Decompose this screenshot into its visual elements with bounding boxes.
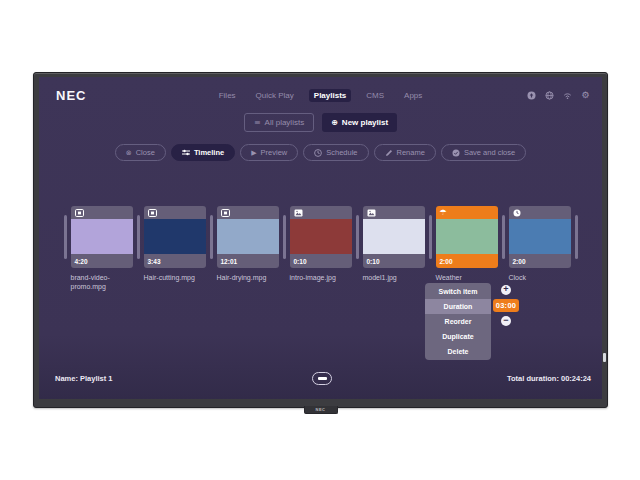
close-label: Close	[136, 148, 155, 157]
tile-thumbnail	[144, 219, 206, 254]
tile-duration: 12:01	[221, 258, 238, 265]
timeline-insert-handle[interactable]	[575, 215, 578, 259]
tile-duration: 0:10	[294, 258, 307, 265]
plus-circle-icon: ⊕	[331, 119, 338, 127]
hide-ui-button[interactable]	[312, 372, 332, 385]
schedule-button[interactable]: Schedule	[303, 144, 368, 161]
nav-item-playlists[interactable]: Playlists	[309, 89, 351, 102]
timeline-item-image[interactable]: 0:10	[290, 206, 352, 268]
wifi-icon[interactable]	[563, 91, 572, 100]
close-circle-icon: ⊗	[126, 149, 132, 157]
duration-increase-button[interactable]: +	[501, 285, 511, 295]
nav-item-quick-play[interactable]: Quick Play	[251, 89, 299, 102]
timeline-item-image[interactable]: 0:10	[363, 206, 425, 268]
page: NEC NEC Files Quick Play Playlists CMS A…	[0, 0, 640, 480]
timeline-label: Timeline	[194, 148, 224, 157]
film-icon	[75, 209, 84, 217]
update-icon[interactable]	[527, 91, 536, 100]
film-icon	[148, 209, 157, 217]
pencil-icon	[385, 149, 393, 157]
duration-decrease-button[interactable]: −	[501, 316, 511, 326]
monitor-bezel: NEC NEC Files Quick Play Playlists CMS A…	[33, 72, 608, 408]
timeline-slot: 0:10 model1.jpg	[352, 206, 425, 282]
tile-thumbnail	[363, 219, 425, 254]
list-icon: ≡	[254, 119, 261, 127]
timeline-slot: 3:43 Hair-cutting.mpg	[133, 206, 206, 282]
timeline-insert-handle[interactable]	[137, 215, 140, 259]
umbrella-icon: ☂	[440, 209, 447, 217]
nav-item-apps[interactable]: Apps	[399, 89, 427, 102]
timeline-slot: 12:01 Hair-drying.mpg	[206, 206, 279, 282]
timeline-slot: ☂ 2:00 Weather	[425, 206, 498, 282]
timeline-insert-handle[interactable]	[429, 215, 432, 259]
all-playlists-button[interactable]: ≡ All playlists	[244, 113, 314, 132]
toolbar: ⊗ Close Timeline ▶ Preview	[39, 144, 602, 161]
clock-icon	[314, 149, 322, 157]
new-playlist-label: New playlist	[342, 118, 388, 127]
timeline-insert-handle[interactable]	[502, 215, 505, 259]
timeline-insert-handle[interactable]	[210, 215, 213, 259]
timeline-strip: 4:20 brand-video-promo.mpg 3:43 Hair-cut…	[39, 206, 602, 292]
play-icon: ▶	[251, 149, 256, 157]
clock-icon	[513, 209, 521, 217]
image-icon	[294, 209, 303, 217]
duration-value[interactable]: 03:00	[493, 299, 520, 312]
preview-button[interactable]: ▶ Preview	[240, 144, 298, 161]
film-icon	[221, 209, 230, 217]
timeline-slot: 2:00 Clock	[498, 206, 571, 282]
timeline-item-video[interactable]: 12:01	[217, 206, 279, 268]
tile-name: Weather	[436, 273, 498, 282]
close-button[interactable]: ⊗ Close	[115, 144, 166, 161]
tile-name: Clock	[509, 273, 571, 282]
timeline-item-weather-selected[interactable]: ☂ 2:00	[436, 206, 498, 268]
tile-name: model1.jpg	[363, 273, 425, 282]
top-nav: Files Quick Play Playlists CMS Apps	[39, 89, 602, 102]
gear-icon[interactable]: ⚙	[581, 91, 590, 100]
playlist-actions: ≡ All playlists ⊕ New playlist	[39, 113, 602, 132]
total-duration-label: Total duration: 00:24:24	[507, 374, 591, 383]
nav-item-cms[interactable]: CMS	[361, 89, 389, 102]
tile-thumbnail	[436, 219, 498, 254]
save-and-close-button[interactable]: Save and close	[441, 144, 526, 161]
timeline-item-clock[interactable]: 2:00	[509, 206, 571, 268]
menu-item-duration[interactable]: Duration	[425, 299, 491, 314]
menu-item-switch-item[interactable]: Switch item	[425, 284, 491, 299]
globe-icon[interactable]	[545, 91, 554, 100]
timeline-icon	[182, 149, 190, 156]
timeline-insert-handle[interactable]	[356, 215, 359, 259]
menu-item-duplicate[interactable]: Duplicate	[425, 329, 491, 344]
tile-duration: 2:00	[440, 258, 453, 265]
tile-duration: 4:20	[75, 258, 88, 265]
nav-item-files[interactable]: Files	[214, 89, 241, 102]
new-playlist-button[interactable]: ⊕ New playlist	[322, 113, 397, 132]
timeline-slot: 4:20 brand-video-promo.mpg	[60, 206, 133, 292]
tile-duration: 2:00	[513, 258, 526, 265]
tile-name: intro-image.jpg	[290, 273, 352, 282]
rename-label: Rename	[397, 148, 425, 157]
menu-item-reorder[interactable]: Reorder	[425, 314, 491, 329]
tile-thumbnail	[290, 219, 352, 254]
tile-duration: 0:10	[367, 258, 380, 265]
duration-stepper: + 03:00 −	[492, 283, 520, 328]
timeline-item-video[interactable]: 4:20	[71, 206, 133, 268]
screen: NEC Files Quick Play Playlists CMS Apps	[39, 77, 602, 399]
tile-name: brand-video-promo.mpg	[71, 273, 133, 292]
tile-name: Hair-drying.mpg	[217, 273, 279, 282]
schedule-label: Schedule	[326, 148, 357, 157]
tile-thumbnail	[217, 219, 279, 254]
status-icons: ⚙	[527, 89, 590, 101]
tile-thumbnail	[509, 219, 571, 254]
power-indicator	[603, 353, 606, 362]
preview-label: Preview	[261, 148, 288, 157]
playlist-name-label: Name: Playlist 1	[55, 374, 113, 383]
timeline-button[interactable]: Timeline	[171, 144, 235, 161]
rename-button[interactable]: Rename	[374, 144, 436, 161]
image-icon	[367, 209, 376, 217]
timeline-item-video[interactable]: 3:43	[144, 206, 206, 268]
tile-duration: 3:43	[148, 258, 161, 265]
timeline-insert-handle[interactable]	[64, 215, 67, 259]
check-circle-icon	[452, 149, 460, 157]
tile-thumbnail	[71, 219, 133, 254]
menu-item-delete[interactable]: Delete	[425, 344, 491, 359]
timeline-insert-handle[interactable]	[283, 215, 286, 259]
